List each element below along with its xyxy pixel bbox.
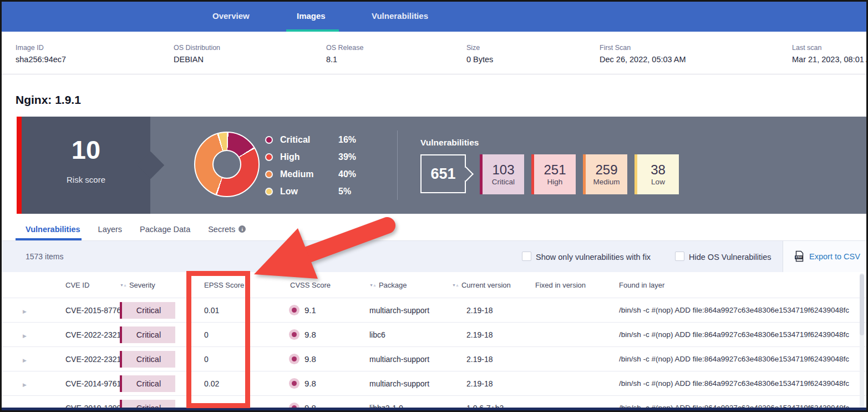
checkbox-hide-os-vulns-label[interactable]: Hide OS Vulnerabilities <box>689 253 771 262</box>
panel-divider <box>397 130 398 200</box>
legend-percent: 5% <box>338 187 351 197</box>
tab-secrets[interactable]: Secrets i <box>208 218 246 240</box>
meta-label: Last scan <box>792 44 868 52</box>
column-header-fixed-in-version: Fixed in version <box>535 281 619 289</box>
expand-row-icon[interactable]: ▶ <box>23 382 27 388</box>
package-cell: multiarch-support <box>369 355 452 364</box>
severity-donut-chart <box>194 132 260 197</box>
checkbox-hide-os-vulns[interactable] <box>675 252 684 261</box>
expand-row-icon[interactable]: ▶ <box>23 358 27 363</box>
current-version-cell: 2.19-18 <box>452 379 535 388</box>
column-label: Current version <box>461 281 511 289</box>
cvss-score-icon <box>289 329 300 340</box>
top-navigation-bar: Overview Images Vulnerabilities <box>2 2 866 32</box>
column-header-package[interactable]: ▼▲ Package <box>369 281 452 289</box>
severity-card-count: 259 <box>595 163 617 177</box>
scrollbar-thumb[interactable] <box>860 274 864 335</box>
package-cell: multiarch-support <box>369 306 452 315</box>
nav-tab-vulnerabilities[interactable]: Vulnerabilities <box>372 11 428 21</box>
nav-tab-images[interactable]: Images <box>297 11 326 21</box>
column-header-found-in-layer: Found in layer <box>619 281 866 289</box>
severity-badge: Critical <box>120 375 175 392</box>
severity-badge: Critical <box>120 326 175 343</box>
meta-field-last-scan: Last scan Mar 21, 2023, 08:01 AM <box>792 44 868 64</box>
sort-icon[interactable]: ▼▲ <box>452 283 459 287</box>
legend-row-high: High 39% <box>265 148 356 165</box>
legend-percent: 39% <box>338 152 356 162</box>
cve-id-cell: CVE-2015-8776 <box>42 306 120 315</box>
checkbox-show-only-fix-label[interactable]: Show only vulnerabilities with fix <box>536 253 651 262</box>
detail-tabs: Vulnerabilities Layers Package Data Secr… <box>2 218 866 241</box>
export-to-csv-button[interactable]: CSV Export to CSV <box>794 250 860 262</box>
table-row[interactable]: ▶ CVE-2022-23219 Critical 0 9.8 multiarc… <box>2 346 866 371</box>
legend-row-low: Low 5% <box>265 183 356 200</box>
meta-value: sha256:94ec7 <box>16 55 66 64</box>
legend-row-critical: Critical 16% <box>265 131 356 148</box>
column-label: Package <box>379 281 407 289</box>
severity-card-low: 38 Low <box>634 154 679 194</box>
table-header: CVE ID ▼▲ Severity EPSS Score CVSS Score… <box>2 272 866 298</box>
sort-icon[interactable]: ▼▲ <box>369 283 376 287</box>
page-title: Nginx: 1.9.1 <box>16 93 81 107</box>
found-in-layer-cell: /bin/sh -c #(nop) ADD file:864a9927c63e4… <box>619 306 866 314</box>
legend-row-medium: Medium 40% <box>265 165 356 183</box>
meta-field-image-id: Image ID sha256:94ec7 <box>16 44 66 64</box>
meta-value: DEBIAN <box>174 55 220 64</box>
severity-card-critical: 103 Critical <box>480 154 524 194</box>
table-row[interactable]: ▶ CVE-2015-8776 Critical 0.01 9.1 multia… <box>2 298 866 322</box>
svg-text:CSV: CSV <box>796 255 802 259</box>
column-header-severity[interactable]: ▼▲ Severity <box>120 281 204 289</box>
severity-card-medium: 259 Medium <box>583 154 627 194</box>
meta-label: Size <box>466 44 493 52</box>
table-toolbar: 1573 items Show only vulnerabilities wit… <box>2 241 866 272</box>
found-in-layer-cell: /bin/sh -c #(nop) ADD file:864a9927c63e4… <box>619 355 866 363</box>
expand-row-icon[interactable]: ▶ <box>23 333 27 339</box>
package-cell: libc6 <box>369 330 452 339</box>
legend-label: Medium <box>280 169 338 179</box>
cve-id-cell: CVE-2022-23219 <box>42 330 120 339</box>
high-bullet-icon <box>265 153 273 161</box>
column-label: Severity <box>129 281 155 289</box>
info-icon: i <box>238 225 246 233</box>
sort-icon[interactable]: ▼▲ <box>120 283 126 287</box>
expand-row-icon[interactable]: ▶ <box>23 309 27 314</box>
risk-score-value: 10 <box>22 134 150 165</box>
cvss-score-cell: 9.8 <box>304 330 316 339</box>
tab-package-data[interactable]: Package Data <box>140 218 190 240</box>
risk-level-bar <box>17 117 22 214</box>
nav-tab-overview[interactable]: Overview <box>212 11 250 21</box>
checkbox-show-only-fix[interactable] <box>522 252 531 261</box>
meta-field-os-distribution: OS Distribution DEBIAN <box>174 44 220 64</box>
low-bullet-icon <box>265 188 273 195</box>
epss-score-cell: 0 <box>204 330 282 339</box>
legend-percent: 16% <box>338 135 356 145</box>
column-label: Found in layer <box>619 281 664 289</box>
tab-layers[interactable]: Layers <box>98 218 123 240</box>
cvss-score-cell: 9.8 <box>304 379 316 388</box>
column-label: EPSS Score <box>204 281 244 289</box>
image-metadata-strip: Image ID sha256:94ec7 OS Distribution DE… <box>2 32 866 74</box>
risk-score-label: Risk score <box>22 175 150 184</box>
severity-legend: Critical 16% High 39% Medium 40% Low 5% <box>265 131 356 200</box>
column-header-cvss-score: CVSS Score <box>282 281 369 289</box>
meta-value: 8.1 <box>326 55 363 64</box>
severity-badge: Critical <box>120 351 175 368</box>
meta-field-first-scan: First Scan Dec 26, 2022, 05:03 AM <box>600 44 686 64</box>
cvss-score-icon <box>289 354 300 364</box>
found-in-layer-cell: /bin/sh -c #(nop) ADD file:864a9927c63e4… <box>619 330 866 339</box>
table-row[interactable]: ▶ CVE-2022-23219 Critical 0 9.8 libc6 2.… <box>2 322 866 346</box>
csv-file-icon: CSV <box>794 250 805 262</box>
vulnerabilities-summary-title: Vulnerabilities <box>420 138 479 148</box>
tab-vulnerabilities[interactable]: Vulnerabilities <box>16 218 80 240</box>
severity-card-count: 251 <box>544 163 566 177</box>
severity-badge: Critical <box>120 302 175 319</box>
export-area: CSV Export to CSV <box>783 241 866 272</box>
column-header-current-version[interactable]: ▼▲ Current version <box>452 281 535 289</box>
meta-field-os-release: OS Release 8.1 <box>326 44 363 64</box>
table-row[interactable]: ▶ CVE-2014-9761 Critical 0.02 9.8 multia… <box>2 371 866 395</box>
severity-card-high: 251 High <box>531 154 576 194</box>
cve-id-cell: CVE-2014-9761 <box>42 379 120 388</box>
table-scrollbar[interactable] <box>860 273 864 409</box>
meta-label: First Scan <box>600 44 686 52</box>
cvss-score-cell: 9.8 <box>304 354 316 364</box>
